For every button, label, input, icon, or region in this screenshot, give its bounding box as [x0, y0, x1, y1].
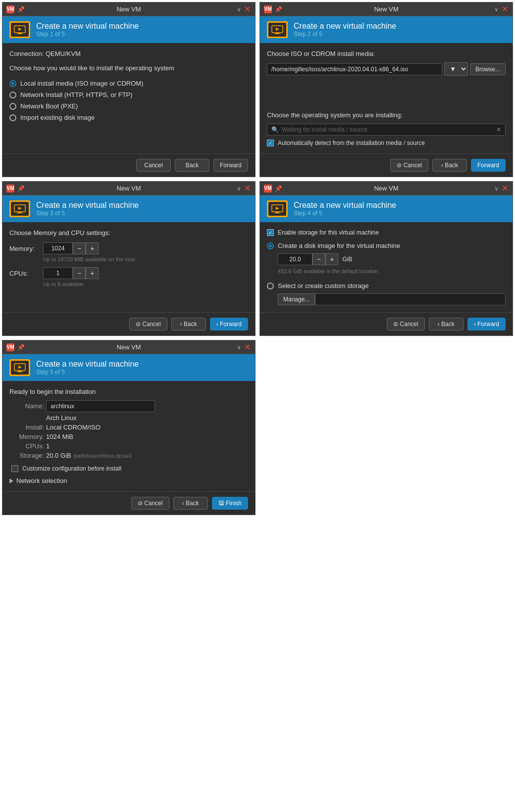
- footer-step5: ⊘ Cancel ‹ Back 🖫 Finish: [2, 491, 255, 515]
- memory-decrease-button[interactable]: −: [73, 242, 86, 254]
- forward-button-2[interactable]: Forward: [471, 159, 506, 172]
- back-button-1[interactable]: Back: [175, 159, 209, 172]
- monitor-icon-5: [14, 363, 26, 372]
- iso-dropdown[interactable]: ▼: [444, 62, 468, 76]
- close-icon-5[interactable]: ✕: [243, 343, 251, 351]
- radio-network-install[interactable]: Network Install (HTTP, HTTPS, or FTP): [9, 91, 248, 98]
- footer-step2: ⊘ Cancel ‹ Back Forward: [260, 153, 513, 177]
- memory-summary-value: 1024 MiB: [46, 433, 73, 440]
- minimize-icon-1[interactable]: ∨: [237, 6, 241, 13]
- cancel-button-5[interactable]: ⊘ Cancel: [131, 497, 169, 510]
- radio-network-boot[interactable]: Network Boot (PXE): [9, 102, 248, 110]
- install-summary-row: Install: Local CDROM/ISO: [9, 424, 248, 431]
- header-vm-icon-5: [9, 359, 30, 376]
- memory-summary-label: Memory:: [9, 433, 44, 440]
- cancel-button-2[interactable]: ⊘ Cancel: [390, 159, 428, 172]
- back-button-3[interactable]: ‹ Back: [171, 318, 206, 331]
- search-clear-icon[interactable]: ✕: [496, 126, 501, 133]
- pin-icon-2: 📌: [275, 6, 282, 13]
- network-expand-icon: [9, 478, 13, 483]
- name-summary-label: Name:: [9, 402, 44, 410]
- radio-import-disk[interactable]: Import existing disk image: [9, 114, 248, 121]
- manage-input[interactable]: [315, 293, 506, 305]
- memory-number-input: − +: [43, 242, 99, 254]
- manage-button[interactable]: Manage...: [278, 293, 315, 305]
- radio-local-media-circle: [9, 80, 16, 87]
- back-button-4[interactable]: ‹ Back: [429, 318, 464, 331]
- titlebar-left-3: VM 📌: [6, 185, 25, 192]
- enable-storage-row[interactable]: Enable storage for this virtual machine: [267, 229, 506, 236]
- titlebar-left-1: VM 📌: [6, 5, 25, 13]
- minimize-icon-4[interactable]: ∨: [494, 185, 499, 192]
- disk-image-option[interactable]: Create a disk image for the virtual mach…: [267, 242, 506, 249]
- header-step3: Create a new virtual machine Step 3 of 5: [2, 195, 255, 222]
- window-step5: VM 📌 New VM ∨ ✕ C: [2, 340, 256, 515]
- network-header[interactable]: Network selection: [9, 477, 248, 484]
- cancel-button-1[interactable]: Cancel: [136, 159, 171, 172]
- radio-local-media[interactable]: Local install media (ISO image or CDROM): [9, 80, 248, 87]
- connection-text: Connection: QEMU/KVM: [9, 50, 248, 57]
- header-vm-icon-2: [267, 21, 288, 38]
- close-icon-3[interactable]: ✕: [243, 185, 251, 192]
- disk-size-field[interactable]: [278, 253, 312, 265]
- install-summary-value: Local CDROM/ISO: [46, 424, 101, 431]
- forward-button-4[interactable]: › Forward: [467, 318, 506, 331]
- svg-rect-2: [17, 34, 23, 34]
- header-step-1: Step 1 of 5: [36, 31, 139, 38]
- svg-marker-15: [276, 207, 279, 210]
- memory-increase-button[interactable]: +: [86, 242, 99, 254]
- cpu-increase-button[interactable]: +: [86, 267, 99, 279]
- enable-storage-checkbox[interactable]: [267, 229, 274, 236]
- cpu-value-input[interactable]: [43, 267, 73, 279]
- memory-cpu-label: Choose Memory and CPU settings:: [9, 229, 248, 237]
- disk-increase-button[interactable]: +: [325, 253, 338, 265]
- back-button-2[interactable]: ‹ Back: [432, 159, 467, 172]
- header-step-4: Step 4 of 5: [294, 210, 396, 217]
- browse-button[interactable]: Browse...: [470, 63, 506, 75]
- customize-label: Customize configuration before install: [22, 465, 121, 472]
- cancel-button-4[interactable]: ⊘ Cancel: [387, 318, 425, 331]
- header-title-2: Create a new virtual machine: [294, 22, 396, 31]
- cpus-summary-label: CPUs:: [9, 442, 44, 450]
- close-icon-4[interactable]: ✕: [501, 185, 509, 192]
- os-summary-value: Arch Linux: [46, 414, 76, 422]
- vm-logo-2: VM: [264, 5, 272, 13]
- pin-icon-1: 📌: [17, 6, 25, 13]
- os-search-row: 🔍 Waiting for install media / source ✕: [267, 124, 506, 136]
- forward-button-1[interactable]: Forward: [213, 159, 248, 172]
- customize-checkbox[interactable]: [11, 465, 18, 472]
- titlebar-step5: VM 📌 New VM ∨ ✕: [2, 340, 255, 354]
- minimize-icon-2[interactable]: ∨: [494, 6, 499, 13]
- iso-path-input[interactable]: [267, 63, 442, 75]
- back-button-5[interactable]: ‹ Back: [173, 497, 208, 510]
- empty-cell: [258, 338, 515, 517]
- cancel-button-3[interactable]: ⊘ Cancel: [129, 318, 167, 331]
- name-input[interactable]: [46, 400, 155, 412]
- minimize-icon-3[interactable]: ∨: [237, 185, 241, 192]
- customize-row[interactable]: Customize configuration before install: [11, 465, 248, 472]
- titlebar-title-1: New VM: [116, 5, 141, 13]
- titlebar-right-1: ∨ ✕: [237, 5, 251, 13]
- auto-detect-checkbox[interactable]: [267, 140, 274, 146]
- cpu-hint: Up to 8 available: [43, 281, 248, 287]
- finish-button[interactable]: 🖫 Finish: [212, 497, 248, 510]
- memory-value-input[interactable]: [43, 242, 73, 254]
- header-vm-icon-3: [9, 200, 30, 217]
- close-icon-2[interactable]: ✕: [501, 5, 509, 13]
- close-icon-1[interactable]: ✕: [243, 5, 251, 13]
- titlebar-title-5: New VM: [116, 343, 141, 351]
- titlebar-title-3: New VM: [116, 185, 141, 192]
- forward-button-3[interactable]: › Forward: [210, 318, 248, 331]
- auto-detect-row[interactable]: Automatically detect from the installati…: [267, 140, 506, 146]
- radio-local-media-label: Local install media (ISO image or CDROM): [20, 80, 144, 87]
- header-step-2: Step 2 of 5: [294, 31, 396, 38]
- storage-summary-row: Storage: 20.0 GiB /path/to/archlinux.qco…: [9, 452, 248, 459]
- header-title-4: Create a new virtual machine: [294, 201, 396, 210]
- header-vm-icon-inner-1: [11, 23, 29, 37]
- disk-decrease-button[interactable]: −: [312, 253, 325, 265]
- minimize-icon-5[interactable]: ∨: [237, 344, 241, 351]
- svg-rect-1: [18, 33, 21, 34]
- custom-storage-option[interactable]: Select or create custom storage: [267, 282, 506, 289]
- svg-rect-14: [274, 213, 280, 213]
- cpu-decrease-button[interactable]: −: [73, 267, 86, 279]
